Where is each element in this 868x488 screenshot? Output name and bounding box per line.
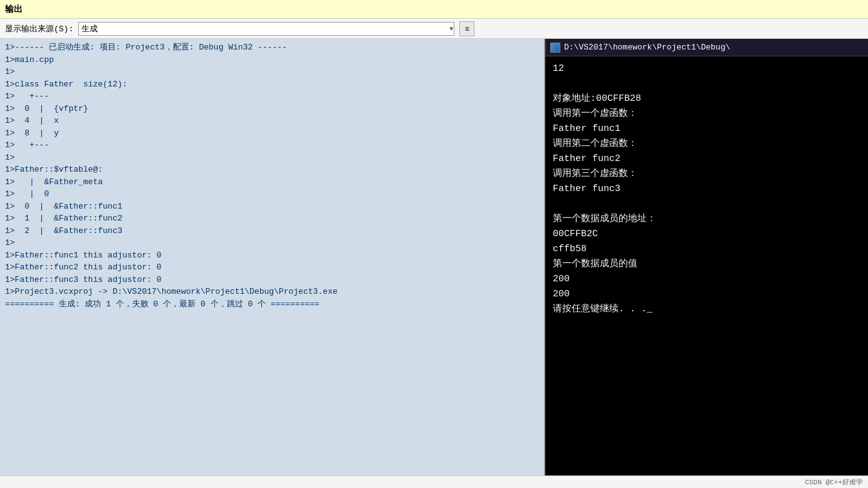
bottom-bar: CSDN @C++好难学 [0, 475, 868, 488]
console-output[interactable]: 12 对象地址:00CFFB28 调用第一个虚函数： Father func1 … [545, 56, 868, 475]
main-content: 1>------ 已启动生成: 项目: Project3，配置: Debug W… [0, 39, 868, 475]
build-output-panel[interactable]: 1>------ 已启动生成: 项目: Project3，配置: Debug W… [0, 39, 545, 475]
source-icon-button[interactable]: ≡ [459, 21, 474, 36]
console-panel: D:\VS2017\homework\Project1\Debug\ 12 对象… [545, 39, 868, 475]
console-app-icon [550, 43, 560, 53]
console-title-bar: D:\VS2017\homework\Project1\Debug\ [545, 39, 868, 56]
source-label: 显示输出来源(S): [5, 23, 73, 34]
credit-text: CSDN @C++好难学 [805, 477, 863, 487]
source-bar: 显示输出来源(S): 生成 调试 生成 + IntelliSense ▼ ≡ [0, 19, 868, 39]
output-header: 输出 [0, 0, 868, 19]
console-title: D:\VS2017\homework\Project1\Debug\ [564, 43, 730, 52]
source-select[interactable]: 生成 调试 生成 + IntelliSense [78, 22, 454, 36]
header-title: 输出 [5, 4, 23, 15]
source-select-wrapper: 生成 调试 生成 + IntelliSense ▼ [78, 22, 454, 36]
source-icon: ≡ [465, 24, 469, 33]
output-text: 1>------ 已启动生成: 项目: Project3，配置: Debug W… [5, 41, 539, 310]
